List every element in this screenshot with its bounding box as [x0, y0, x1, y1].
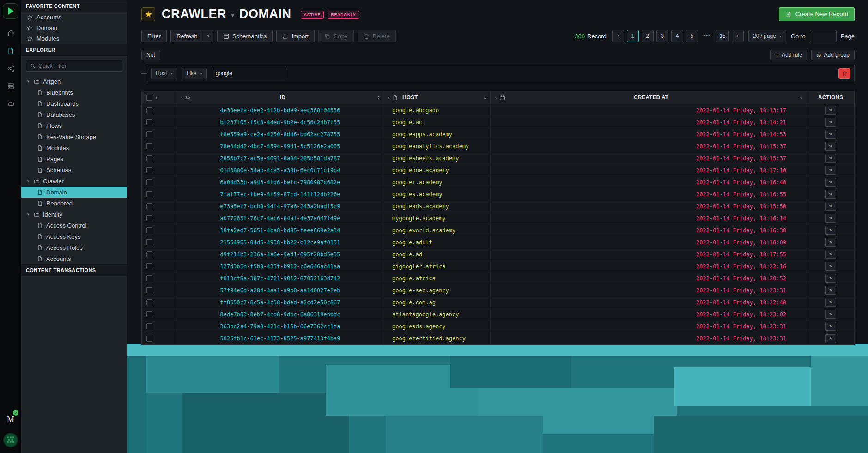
edit-record-button[interactable]: ✎	[825, 286, 836, 295]
rail-flow-button[interactable]	[0, 60, 21, 77]
edit-record-button[interactable]: ✎	[825, 322, 836, 331]
pagination-page-15[interactable]: 15	[716, 30, 728, 42]
create-new-record-button[interactable]: Create New Record	[779, 7, 855, 21]
sort-icon[interactable]	[799, 95, 804, 101]
tree-folder-identity[interactable]: ▾Identity	[21, 209, 127, 220]
collapse-column-icon[interactable]: ‹	[388, 94, 390, 101]
copy-button[interactable]: Copy	[318, 30, 353, 42]
pagination-ellipsis[interactable]: •••	[701, 30, 714, 42]
row-checkbox[interactable]	[146, 107, 152, 113]
rail-cloud-button[interactable]	[0, 95, 21, 112]
tree-item-access-control[interactable]: Access Control	[21, 220, 127, 231]
pagination-page-4[interactable]: 4	[671, 30, 683, 42]
refresh-options-button[interactable]: ▾	[203, 30, 213, 42]
row-checkbox[interactable]	[146, 336, 152, 342]
select-all-checkbox[interactable]	[146, 95, 152, 101]
favorite-item-domain[interactable]: Domain	[21, 23, 127, 33]
caret-down-icon[interactable]: ▾	[26, 179, 30, 183]
tree-item-domain[interactable]: Domain	[21, 187, 127, 198]
pagination-page-2[interactable]: 2	[642, 30, 654, 42]
goto-page-input[interactable]	[810, 30, 837, 42]
edit-record-button[interactable]: ✎	[825, 178, 836, 187]
edit-record-button[interactable]: ✎	[825, 310, 836, 319]
caret-down-icon[interactable]: ▾	[26, 79, 30, 84]
rule-operator-select[interactable]: Like ▾	[182, 68, 207, 79]
add-group-button[interactable]: ⊕Add group	[811, 50, 855, 60]
delete-button[interactable]: Delete	[358, 30, 396, 42]
edit-record-button[interactable]: ✎	[825, 298, 836, 307]
chevron-down-icon[interactable]: ▾	[231, 12, 234, 18]
tree-folder-crawler[interactable]: ▾Crawler	[21, 175, 127, 187]
collapse-column-icon[interactable]: ‹	[495, 94, 497, 101]
rail-home-button[interactable]	[0, 24, 21, 42]
user-menu[interactable]: M 5	[3, 412, 18, 426]
header-column-host[interactable]: ‹ HOST	[384, 91, 491, 104]
row-checkbox[interactable]	[146, 119, 152, 125]
tree-item-accounts[interactable]: Accounts	[21, 253, 127, 264]
tree-item-key-value-storage[interactable]: Key-Value Storage	[21, 131, 127, 142]
tree-item-pages[interactable]: Pages	[21, 153, 127, 164]
row-checkbox[interactable]	[146, 179, 152, 185]
rail-database-button[interactable]	[0, 77, 21, 95]
page-size-select[interactable]: 20 / page ▾	[748, 30, 786, 42]
tree-item-access-keys[interactable]: Access Keys	[21, 231, 127, 242]
row-checkbox[interactable]	[146, 191, 152, 197]
tree-item-databases[interactable]: Databases	[21, 109, 127, 120]
select-menu-caret-icon[interactable]: ▾	[155, 95, 158, 100]
edit-record-button[interactable]: ✎	[825, 202, 836, 211]
rule-value-input[interactable]	[212, 68, 285, 79]
pagination-page-5[interactable]: 5	[686, 30, 698, 42]
header-column-id[interactable]: ‹ ID	[176, 91, 384, 104]
pagination-page-1[interactable]: 1	[627, 30, 639, 42]
rail-content-button[interactable]	[0, 42, 21, 60]
sort-icon[interactable]	[376, 95, 381, 101]
search-icon[interactable]	[185, 95, 191, 101]
delete-rule-button[interactable]	[838, 68, 850, 79]
pagination-next-button[interactable]: ›	[732, 30, 744, 42]
row-checkbox[interactable]	[146, 227, 152, 233]
edit-record-button[interactable]: ✎	[825, 274, 836, 283]
favorite-item-accounts[interactable]: Accounts	[21, 12, 127, 23]
row-checkbox[interactable]	[146, 155, 152, 161]
row-checkbox[interactable]	[146, 323, 152, 329]
edit-record-button[interactable]: ✎	[825, 226, 836, 235]
tree-item-rendered[interactable]: Rendered	[21, 198, 127, 209]
row-checkbox[interactable]	[146, 143, 152, 149]
schemantics-button[interactable]: Schemantics	[217, 30, 273, 42]
not-toggle-button[interactable]: Not	[141, 50, 160, 60]
pagination-page-3[interactable]: 3	[656, 30, 668, 42]
sort-icon[interactable]	[482, 95, 487, 101]
tree-folder-artgen[interactable]: ▾Artgen	[21, 76, 127, 87]
edit-record-button[interactable]: ✎	[825, 238, 836, 247]
edit-record-button[interactable]: ✎	[825, 190, 836, 199]
row-checkbox[interactable]	[146, 287, 152, 293]
row-checkbox[interactable]	[146, 275, 152, 281]
add-rule-button[interactable]: +Add rule	[770, 50, 807, 60]
edit-record-button[interactable]: ✎	[825, 142, 836, 151]
row-checkbox[interactable]	[146, 311, 152, 317]
edit-record-button[interactable]: ✎	[825, 154, 836, 163]
quick-filter-input[interactable]	[38, 63, 118, 69]
edit-record-button[interactable]: ✎	[825, 106, 836, 115]
favorite-toggle-button[interactable]	[141, 7, 155, 21]
row-checkbox[interactable]	[146, 131, 152, 137]
tree-item-blueprints[interactable]: Blueprints	[21, 87, 127, 98]
row-checkbox[interactable]	[146, 203, 152, 209]
rule-field-select[interactable]: Host ▾	[151, 68, 177, 79]
tree-item-dashboards[interactable]: Dashboards	[21, 98, 127, 109]
tree-item-flows[interactable]: Flows	[21, 120, 127, 131]
edit-record-button[interactable]: ✎	[825, 334, 836, 343]
row-checkbox[interactable]	[146, 239, 152, 245]
edit-record-button[interactable]: ✎	[825, 130, 836, 139]
edit-record-button[interactable]: ✎	[825, 118, 836, 127]
pagination-prev-button[interactable]: ‹	[612, 30, 624, 42]
edit-record-button[interactable]: ✎	[825, 214, 836, 223]
tree-item-access-roles[interactable]: Access Roles	[21, 242, 127, 253]
tree-item-modules[interactable]: Modules	[21, 142, 127, 153]
edit-record-button[interactable]: ✎	[825, 166, 836, 175]
row-checkbox[interactable]	[146, 215, 152, 221]
edit-record-button[interactable]: ✎	[825, 250, 836, 259]
row-checkbox[interactable]	[146, 167, 152, 173]
tree-item-schemas[interactable]: Schemas	[21, 164, 127, 175]
caret-down-icon[interactable]: ▾	[26, 212, 30, 217]
